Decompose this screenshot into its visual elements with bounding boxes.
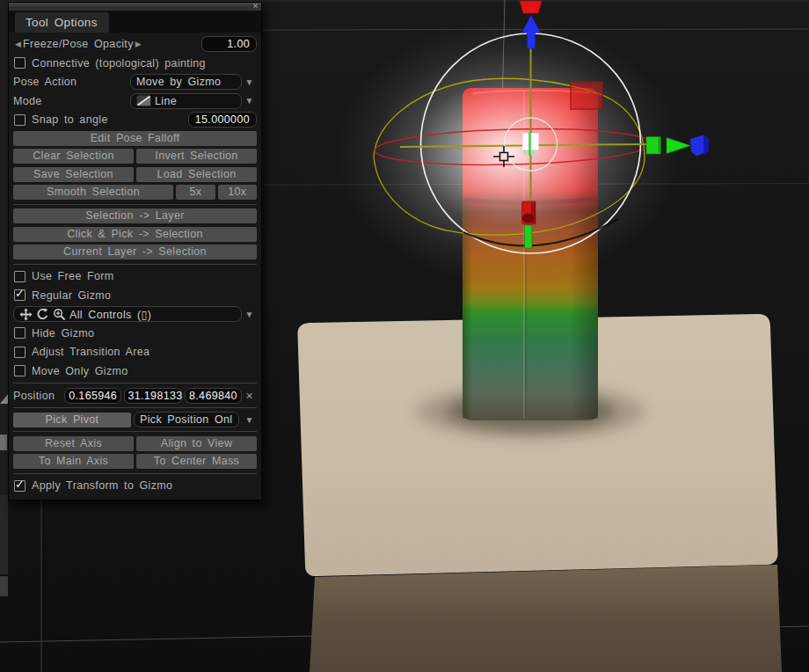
adjust-transition-row: Adjust Transition Area xyxy=(13,344,257,360)
apply-transform-checkbox[interactable]: ✓ xyxy=(14,480,26,492)
left-edge-block xyxy=(0,576,8,596)
click-pick-to-selection-button[interactable]: Click & Pick -> Selection xyxy=(13,227,257,242)
regular-gizmo-label: Regular Gizmo xyxy=(32,289,111,302)
snap-angle-input[interactable]: 15.000000 xyxy=(188,112,257,128)
gizmo-green-stem-handle[interactable] xyxy=(525,225,533,248)
connective-label: Connective (topological) painting xyxy=(32,57,206,69)
current-layer-to-selection-button[interactable]: Current Layer -> Selection xyxy=(13,245,257,259)
position-z-input[interactable]: 8.469840 xyxy=(185,388,242,404)
invert-selection-button[interactable]: Invert Selection xyxy=(136,149,257,164)
gizmo-down-red-handle-hole xyxy=(522,214,534,223)
connective-checkbox[interactable] xyxy=(14,57,26,69)
close-icon[interactable]: × xyxy=(252,0,259,12)
divider xyxy=(13,407,257,408)
pick-position-dropdown[interactable]: Pick Position Onl xyxy=(134,412,239,427)
chevron-down-icon[interactable]: ▼ xyxy=(242,415,257,425)
connective-row: Connective (topological) painting xyxy=(13,55,257,71)
gizmo-top-red-cone[interactable] xyxy=(520,1,542,13)
adjust-transition-label: Adjust Transition Area xyxy=(32,346,149,358)
smooth-5x-button[interactable]: 5x xyxy=(176,185,215,200)
pick-pivot-button[interactable]: Pick Pivot xyxy=(13,413,131,427)
selection-to-layer-button[interactable]: Selection -> Layer xyxy=(13,208,257,223)
left-scrollbar-thumb[interactable] xyxy=(0,435,7,450)
left-edge-strip-lower xyxy=(0,495,8,574)
pose-action-dropdown[interactable]: Move by Gizmo xyxy=(130,74,242,90)
snap-label: Snap to angle xyxy=(32,113,108,126)
spinner-left-icon[interactable]: ◀ xyxy=(13,40,23,48)
panel-body: ◀ Freeze/Pose Opacity ▶ 1.00 Connective … xyxy=(9,33,261,500)
position-x-input[interactable]: 0.165946 xyxy=(64,388,121,404)
hide-gizmo-checkbox[interactable] xyxy=(14,327,26,339)
line-tool-icon xyxy=(136,95,151,106)
app-window: × Tool Options ◀ Freeze/Pose Opacity ▶ 1… xyxy=(0,0,809,672)
mode-label: Mode xyxy=(13,95,42,107)
mode-dropdown[interactable]: Line xyxy=(130,93,242,109)
reset-axis-button[interactable]: Reset Axis xyxy=(13,436,134,451)
smooth-selection-button[interactable]: Smooth Selection xyxy=(13,185,173,200)
opacity-value-input[interactable]: 1.00 xyxy=(201,36,257,52)
chevron-down-icon[interactable]: ▼ xyxy=(242,96,257,106)
use-free-form-label: Use Free Form xyxy=(32,270,114,282)
tool-options-panel: × Tool Options ◀ Freeze/Pose Opacity ▶ 1… xyxy=(8,2,262,500)
use-free-form-row: Use Free Form xyxy=(13,268,257,284)
adjust-transition-checkbox[interactable] xyxy=(14,347,26,358)
apply-transform-label: Apply Transform to Gizmo xyxy=(32,479,172,492)
pick-pivot-row: Pick Pivot Pick Position Onl ▼ xyxy=(13,413,257,427)
to-center-mass-button[interactable]: To Center Mass xyxy=(136,454,257,469)
opacity-row: ◀ Freeze/Pose Opacity ▶ 1.00 xyxy=(13,36,257,52)
move-only-gizmo-row: Move Only Gizmo xyxy=(13,363,257,379)
use-free-form-checkbox[interactable] xyxy=(14,271,26,282)
divider xyxy=(13,204,257,205)
position-row: Position 0.165946 31.198133 8.469840 × xyxy=(13,388,257,404)
load-selection-button[interactable]: Load Selection xyxy=(136,167,257,182)
spinner-right-icon[interactable]: ▶ xyxy=(134,40,143,48)
position-y-input[interactable]: 31.198133 xyxy=(124,388,181,404)
all-controls-label: All Controls (▯) xyxy=(69,308,151,321)
hide-gizmo-row: Hide Gizmo xyxy=(13,325,257,341)
all-controls-row: All Controls (▯) ▼ xyxy=(13,306,257,322)
divider xyxy=(13,383,257,383)
panel-tab-row: Tool Options xyxy=(9,11,261,33)
pose-action-row: Pose Action Move by Gizmo ▼ xyxy=(13,74,257,90)
chevron-down-icon[interactable]: ▼ xyxy=(242,77,257,87)
pose-action-label: Pose Action xyxy=(13,76,77,88)
snap-row: Snap to angle 15.000000 xyxy=(13,112,257,128)
position-clear-icon[interactable]: × xyxy=(242,389,257,403)
edit-pose-falloff-button[interactable]: Edit Pose Falloff xyxy=(13,131,257,146)
divider xyxy=(13,264,257,265)
panel-drag-bar[interactable]: × xyxy=(9,3,261,11)
pedestal-front-face xyxy=(310,565,782,672)
align-to-view-button[interactable]: Align to View xyxy=(136,436,257,451)
gizmo-x-green-cube-shade xyxy=(659,138,661,154)
move-icon xyxy=(19,308,33,321)
apply-transform-row: ✓ Apply Transform to Gizmo xyxy=(13,478,257,493)
save-selection-button[interactable]: Save Selection xyxy=(13,167,134,182)
hide-gizmo-label: Hide Gizmo xyxy=(32,327,94,340)
smooth-10x-button[interactable]: 10x xyxy=(218,185,257,200)
mode-row: Mode Line ▼ xyxy=(13,93,257,109)
rotate-icon xyxy=(36,308,49,321)
position-label: Position xyxy=(13,390,64,402)
gizmo-red-square-handle[interactable] xyxy=(571,82,602,109)
all-controls-dropdown[interactable]: All Controls (▯) xyxy=(13,306,242,322)
chevron-down-icon[interactable]: ▼ xyxy=(242,310,257,319)
move-only-gizmo-checkbox[interactable] xyxy=(14,365,26,376)
clear-selection-button[interactable]: Clear Selection xyxy=(13,149,134,164)
zoom-icon xyxy=(53,308,66,321)
snap-checkbox[interactable] xyxy=(14,114,26,126)
regular-gizmo-row: ✓ Regular Gizmo xyxy=(13,288,257,303)
tab-tool-options[interactable]: Tool Options xyxy=(15,12,109,33)
opacity-label: Freeze/Pose Opacity xyxy=(23,38,134,50)
to-main-axis-button[interactable]: To Main Axis xyxy=(13,454,134,469)
regular-gizmo-checkbox[interactable]: ✓ xyxy=(14,289,26,301)
divider xyxy=(13,431,257,432)
divider xyxy=(13,473,257,474)
move-only-gizmo-label: Move Only Gizmo xyxy=(32,365,128,377)
